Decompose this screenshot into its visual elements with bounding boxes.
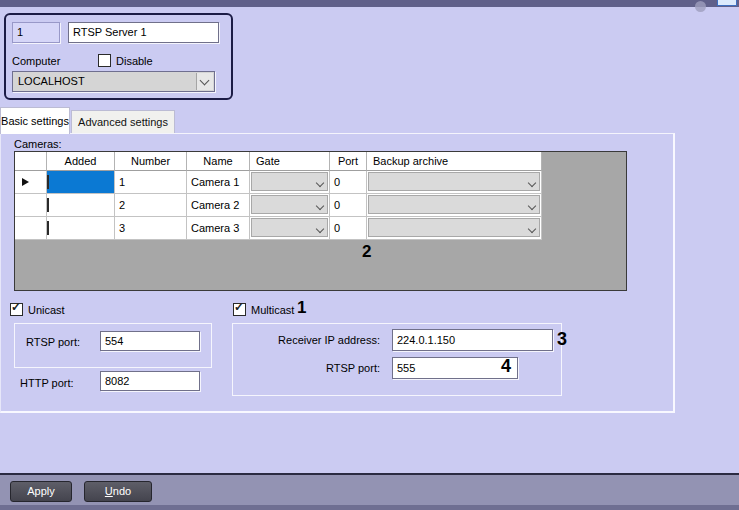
unicast-rtsp-port-label: RTSP port: — [26, 336, 80, 348]
server-id-field[interactable]: 1 — [12, 22, 60, 43]
number-cell[interactable]: 1 — [115, 171, 187, 193]
multicast-rtsp-port-field[interactable]: 555 — [392, 357, 518, 379]
column-header-port[interactable]: Port — [330, 152, 367, 171]
row-selector-cell[interactable] — [15, 171, 47, 193]
computer-select-value: LOCALHOST — [18, 75, 85, 87]
receiver-ip-field[interactable]: 224.0.1.150 — [392, 329, 553, 351]
table-header-row: Added Number Name Gate Port Backup archi… — [15, 152, 542, 171]
checkmark-icon: ✓ — [11, 301, 21, 314]
added-checkbox[interactable] — [47, 198, 49, 212]
http-port-field[interactable]: 8082 — [100, 371, 200, 391]
disable-checkbox[interactable] — [98, 54, 111, 67]
chevron-down-icon — [316, 225, 324, 233]
multicast-rtsp-port-label: RTSP port: — [262, 362, 380, 374]
added-cell[interactable] — [47, 194, 115, 216]
chevron-down-icon — [528, 225, 536, 233]
http-port-label: HTTP port: — [20, 377, 74, 389]
unicast-label: Unicast — [28, 304, 65, 316]
window-titlebar — [0, 0, 739, 7]
multicast-label: Multicast — [251, 304, 294, 316]
backup-archive-dropdown[interactable] — [368, 218, 540, 237]
gate-cell[interactable] — [250, 194, 330, 216]
port-cell[interactable]: 0 — [330, 217, 367, 239]
gate-cell[interactable] — [250, 217, 330, 239]
number-cell[interactable]: 2 — [115, 194, 187, 216]
column-header-gate[interactable]: Gate — [250, 152, 330, 171]
unicast-rtsp-port-field[interactable]: 554 — [100, 331, 200, 351]
backup-archive-dropdown[interactable] — [368, 172, 540, 191]
column-header-backup-archive[interactable]: Backup archive — [367, 152, 542, 171]
chevron-down-icon[interactable] — [196, 73, 213, 90]
added-cell[interactable] — [47, 171, 115, 193]
table-row[interactable]: 2 Camera 2 0 — [15, 194, 542, 217]
added-cell[interactable] — [47, 217, 115, 239]
undo-button-label-rest: ndo — [113, 485, 131, 497]
apply-button[interactable]: Apply — [10, 481, 72, 502]
undo-button-accesskey: U — [105, 485, 113, 497]
backup-archive-dropdown[interactable] — [368, 195, 540, 214]
name-cell[interactable]: Camera 1 — [187, 171, 250, 193]
name-cell[interactable]: Camera 3 — [187, 217, 250, 239]
receiver-ip-label: Receiver IP address: — [232, 334, 380, 346]
checkmark-icon: ✓ — [234, 301, 244, 314]
annotation-3: 3 — [557, 329, 567, 350]
tab-advanced-settings[interactable]: Advanced settings — [71, 110, 175, 133]
gate-cell[interactable] — [250, 171, 330, 193]
server-name-field[interactable]: RTSP Server 1 — [68, 22, 219, 43]
column-header-number[interactable]: Number — [115, 152, 187, 171]
column-header-added[interactable]: Added — [47, 152, 115, 171]
table-row[interactable]: 3 Camera 3 0 — [15, 217, 542, 240]
added-checkbox[interactable] — [47, 221, 49, 235]
window-menu-icon[interactable] — [695, 1, 706, 12]
gate-dropdown[interactable] — [251, 172, 328, 191]
tab-basic-settings[interactable]: Basic settings — [0, 107, 70, 134]
row-selector-cell[interactable] — [15, 217, 47, 239]
backup-archive-cell[interactable] — [367, 171, 542, 193]
unicast-checkbox[interactable]: ✓ — [10, 303, 23, 316]
server-header-panel: 1 RTSP Server 1 Computer Disable LOCALHO… — [4, 13, 233, 100]
chevron-down-icon — [528, 202, 536, 210]
name-cell[interactable]: Camera 2 — [187, 194, 250, 216]
port-cell[interactable]: 0 — [330, 194, 367, 216]
column-header-name[interactable]: Name — [187, 152, 250, 171]
backup-archive-cell[interactable] — [367, 194, 542, 216]
annotation-4: 4 — [501, 356, 511, 377]
computer-select[interactable]: LOCALHOST — [12, 71, 215, 92]
gate-dropdown[interactable] — [251, 195, 328, 214]
number-cell[interactable]: 3 — [115, 217, 187, 239]
window-control-button[interactable] — [717, 0, 737, 6]
chevron-down-icon — [528, 179, 536, 187]
column-header-selector — [15, 152, 47, 171]
cameras-table: Added Number Name Gate Port Backup archi… — [14, 151, 627, 291]
window-bottom-edge — [0, 505, 739, 510]
gate-dropdown[interactable] — [251, 218, 328, 237]
undo-button[interactable]: Undo — [84, 481, 152, 502]
row-selector-cell[interactable] — [15, 194, 47, 216]
multicast-checkbox[interactable]: ✓ — [233, 303, 246, 316]
chevron-down-icon — [316, 179, 324, 187]
backup-archive-cell[interactable] — [367, 217, 542, 239]
port-cell[interactable]: 0 — [330, 171, 367, 193]
annotation-2: 2 — [362, 242, 371, 262]
cameras-group-label: Cameras: — [14, 138, 62, 150]
added-checkbox[interactable] — [47, 175, 49, 189]
computer-label: Computer — [12, 55, 60, 67]
current-row-arrow-icon — [22, 178, 29, 186]
chevron-down-icon — [316, 202, 324, 210]
disable-label: Disable — [116, 55, 153, 67]
annotation-1: 1 — [297, 298, 306, 318]
table-row[interactable]: 1 Camera 1 0 — [15, 171, 542, 194]
